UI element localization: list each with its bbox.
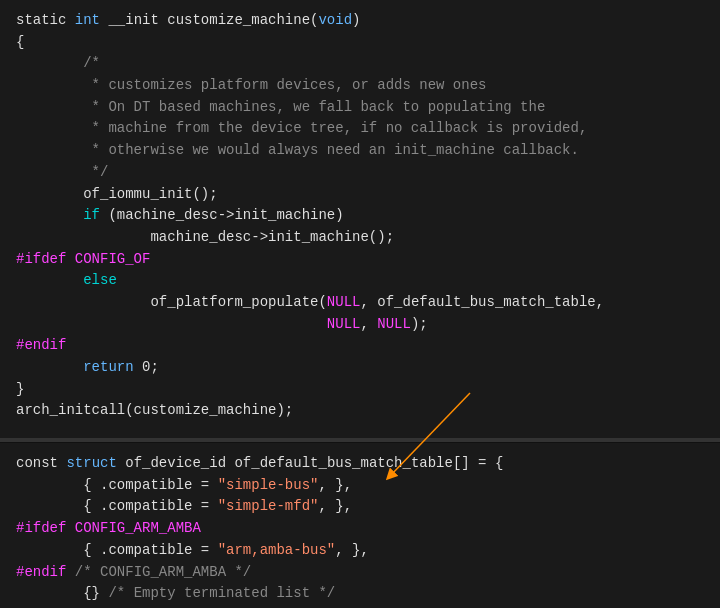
code-container: static int __init customize_machine(void… — [0, 0, 720, 608]
code-line: if (machine_desc->init_machine) — [16, 205, 704, 227]
code-line: #endif — [16, 335, 704, 357]
code-line: { — [16, 32, 704, 54]
code-line: static int __init customize_machine(void… — [16, 10, 704, 32]
code-line: {} /* Empty terminated list */ — [16, 583, 704, 605]
code-line: { .compatible = "simple-mfd", }, — [16, 496, 704, 518]
code-line: #ifdef CONFIG_OF — [16, 249, 704, 271]
code-line: const struct of_device_id of_default_bus… — [16, 453, 704, 475]
code-line: machine_desc->init_machine(); — [16, 227, 704, 249]
code-line: #ifdef CONFIG_ARM_AMBA — [16, 518, 704, 540]
code-line: else — [16, 270, 704, 292]
code-line: */ — [16, 162, 704, 184]
code-line: /* — [16, 53, 704, 75]
code-line: return 0; — [16, 357, 704, 379]
code-line: * machine from the device tree, if no ca… — [16, 118, 704, 140]
code-line: arch_initcall(customize_machine); — [16, 400, 704, 422]
code-line: * otherwise we would always need an init… — [16, 140, 704, 162]
code-line: * customizes platform devices, or adds n… — [16, 75, 704, 97]
code-line: { .compatible = "arm,amba-bus", }, — [16, 540, 704, 562]
code-line: { .compatible = "simple-bus", }, — [16, 475, 704, 497]
code-line: of_platform_populate(NULL, of_default_bu… — [16, 292, 704, 314]
code-line: * On DT based machines, we fall back to … — [16, 97, 704, 119]
code-line: of_iommu_init(); — [16, 184, 704, 206]
code-line: } — [16, 379, 704, 401]
code-line: #endif /* CONFIG_ARM_AMBA */ — [16, 562, 704, 584]
code-line: NULL, NULL); — [16, 314, 704, 336]
top-code-block: static int __init customize_machine(void… — [0, 0, 720, 441]
bottom-code-block: const struct of_device_id of_default_bus… — [0, 443, 720, 608]
